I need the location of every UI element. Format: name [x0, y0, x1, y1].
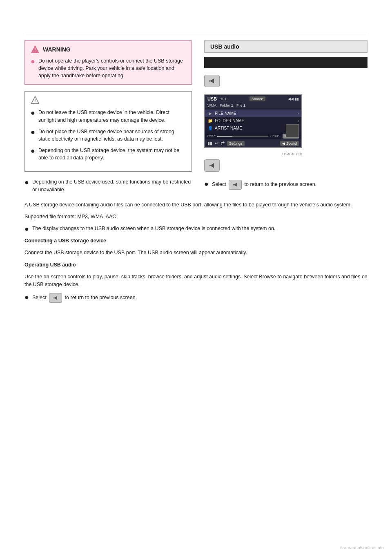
caution-item-2: ● Do not place the USB storage device ne… — [31, 128, 186, 143]
right-bullet-dot: ● — [204, 180, 209, 188]
artist-icon: 👤 — [207, 126, 213, 130]
svg-marker-10 — [54, 296, 57, 300]
sound-button[interactable]: ◀ Sound — [280, 141, 299, 146]
usb-screen-subheader: WMA Folder 1 File 1 — [205, 103, 301, 108]
caution-triangle-icon: ! — [31, 96, 40, 105]
svg-text:!: ! — [34, 98, 36, 103]
two-column-layout: ! WARNING ● Do not operate the player's … — [0, 40, 392, 194]
source-button[interactable]: Source — [249, 96, 265, 101]
body-bullet-text-1: The display changes to the USB audio scr… — [32, 225, 275, 233]
progress-bar — [217, 136, 268, 137]
body-bullet-dot-1: ● — [24, 225, 29, 233]
caution-bullet-dot-3: ● — [31, 147, 35, 154]
caution-text-2: Do not place the USB storage device near… — [38, 128, 186, 143]
page-container: ! WARNING ● Do not operate the player's … — [0, 0, 392, 555]
warning-box: ! WARNING ● Do not operate the player's … — [24, 40, 192, 85]
pause-button[interactable]: ▮▮ — [207, 141, 212, 146]
body-para-3: Connecting a USB storage device — [24, 237, 368, 245]
right-bottom-bullet: ● Select to return to the previous scree… — [204, 180, 368, 190]
usb-artist-row[interactable]: 👤 ARTIST NAME — [205, 124, 301, 132]
right-column: USB audio USB RPT — [200, 40, 368, 194]
wma-label: WMA — [207, 103, 216, 107]
shuffle-button[interactable]: ⇄ — [221, 141, 225, 146]
folder-icon: 📁 — [207, 119, 213, 123]
inline-back-button[interactable] — [229, 180, 242, 190]
rpt-label: RPT — [219, 97, 227, 101]
folder-name-text: FOLDER NAME — [215, 119, 298, 123]
usb-audio-header: USB audio — [204, 40, 368, 53]
usb-label: USB — [207, 96, 217, 101]
caution-item-3: ● Depending on the USB storage device, t… — [31, 147, 186, 161]
folder-row-arrow: › — [298, 119, 299, 123]
body-section: A USB storage device containing audio fi… — [0, 201, 392, 303]
svg-text:!: ! — [34, 48, 36, 52]
file-row-arrow: › — [298, 111, 299, 116]
time-remaining: -1'09" — [270, 134, 279, 138]
signal-icons: ◀◀ ▮▮ — [288, 97, 299, 101]
caution-header: ! — [31, 96, 186, 105]
svg-marker-8 — [234, 183, 237, 186]
inline-back-arrow-icon-2 — [53, 295, 58, 301]
left-bottom-text: Depending on the USB device used, some f… — [32, 178, 192, 194]
repeat-button[interactable]: ↩ — [215, 141, 218, 146]
body-bullet-dot-2: ● — [24, 293, 29, 301]
play-icon: ▶ — [207, 111, 213, 116]
left-bottom-bullet: ● Depending on the USB device used, some… — [24, 178, 192, 194]
body-bullet-1: ● The display changes to the USB audio s… — [24, 225, 368, 233]
caution-bullet-dot-2: ● — [31, 128, 35, 136]
top-rule — [24, 33, 368, 33]
caution-box: ! ● Do not leave the USB storage device … — [24, 91, 192, 172]
usb-control-row: ▮▮ ↩ ⇄ Settings ◀ Sound — [205, 139, 301, 147]
body-para-4: Connect the USB storage device to the US… — [24, 249, 368, 257]
body-para-1: A USB storage device containing audio fi… — [24, 201, 368, 209]
folder-label: Folder 1 — [220, 103, 233, 107]
caution-text-3: Depending on the USB storage device, the… — [38, 147, 186, 161]
svg-rect-5 — [209, 80, 210, 82]
back-button-bottom[interactable] — [204, 159, 220, 172]
svg-rect-11 — [53, 297, 54, 298]
caution-text-1: Do not leave the USB storage device in t… — [38, 109, 186, 123]
back-button-top[interactable] — [204, 75, 220, 87]
usb-screen: USB RPT Source ◀◀ ▮▮ WMA Folder 1 File 1 — [204, 94, 302, 148]
file-name-text: FILE NAME — [215, 111, 298, 116]
progress-bar-fill — [217, 136, 233, 137]
time-elapsed: 0'25" — [207, 134, 216, 138]
settings-button[interactable]: Settings — [227, 141, 245, 146]
left-column: ! WARNING ● Do not operate the player's … — [24, 40, 200, 194]
body-bullet-text-2: Select to return to the previous screen. — [32, 293, 137, 303]
inline-back-button-2[interactable] — [49, 293, 62, 303]
right-bottom-text: Select to return to the previous screen. — [212, 180, 316, 190]
back-arrow-icon — [208, 77, 216, 85]
svg-rect-7 — [209, 165, 210, 166]
image-code-label: US4040TEb — [204, 152, 302, 156]
warning-triangle-icon: ! — [31, 45, 40, 54]
svg-marker-6 — [210, 163, 214, 168]
body-para-6: Use the on-screen controls to play, paus… — [24, 273, 368, 289]
body-para-2: Supported file formats: MP3, WMA, AAC — [24, 213, 368, 221]
warning-header: ! WARNING — [31, 45, 186, 54]
usb-screen-rows: ▶ FILE NAME › 📁 FOLDER NAME › 👤 — [205, 108, 301, 133]
left-bullet-dot: ● — [24, 179, 29, 186]
usb-audio-title: USB audio — [210, 43, 239, 50]
file-label: File 1 — [236, 103, 245, 107]
usb-screen-header-left: USB RPT — [207, 96, 227, 101]
svg-marker-4 — [210, 78, 214, 83]
usb-file-row[interactable]: ▶ FILE NAME › — [205, 110, 301, 117]
usb-dark-bar — [204, 57, 368, 68]
usb-screen-header: USB RPT Source ◀◀ ▮▮ — [205, 95, 301, 103]
warning-title: WARNING — [43, 46, 71, 53]
caution-item-1: ● Do not leave the USB storage device in… — [31, 109, 186, 123]
body-bullet-2: ● Select to return to the previous scree… — [24, 293, 368, 303]
inline-back-arrow-icon — [232, 182, 238, 188]
warning-bullet-dot: ● — [31, 58, 35, 65]
warning-bullet-text: Do not operate the player's controls or … — [38, 57, 186, 79]
svg-rect-9 — [233, 184, 234, 185]
artist-name-text: ARTIST NAME — [215, 126, 299, 130]
warning-bullet: ● Do not operate the player's controls o… — [31, 57, 186, 79]
body-para-5: Operating USB audio — [24, 261, 368, 269]
usb-folder-row[interactable]: 📁 FOLDER NAME › — [205, 117, 301, 124]
caution-bullet-dot-1: ● — [31, 109, 35, 116]
watermark: carmanualsonline.info — [340, 545, 384, 550]
back-arrow-icon-2 — [208, 162, 216, 169]
